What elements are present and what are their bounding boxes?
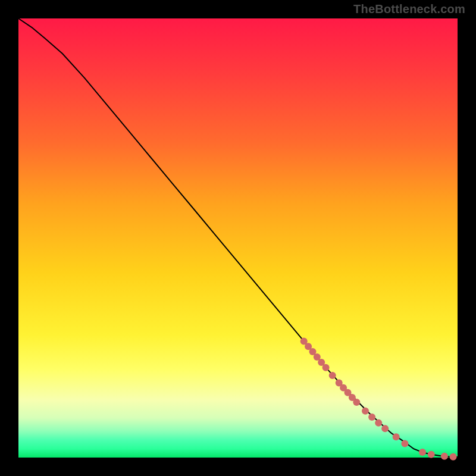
marker-group — [300, 337, 457, 460]
marker-dot — [368, 414, 375, 421]
chart-frame: TheBottleneck.com — [0, 0, 476, 476]
marker-dot — [428, 451, 435, 458]
chart-svg — [18, 18, 458, 458]
marker-dot — [353, 399, 360, 406]
curve-line — [18, 18, 458, 457]
marker-dot — [322, 364, 330, 371]
plot-area — [18, 18, 458, 458]
marker-dot — [401, 440, 408, 447]
marker-dot — [393, 433, 400, 440]
marker-dot — [441, 453, 448, 460]
marker-dot — [381, 425, 389, 432]
watermark-text: TheBottleneck.com — [353, 2, 465, 16]
marker-dot — [362, 408, 369, 415]
marker-dot — [419, 449, 426, 456]
marker-dot — [450, 453, 457, 461]
marker-dot — [375, 419, 382, 427]
marker-dot — [329, 372, 336, 379]
